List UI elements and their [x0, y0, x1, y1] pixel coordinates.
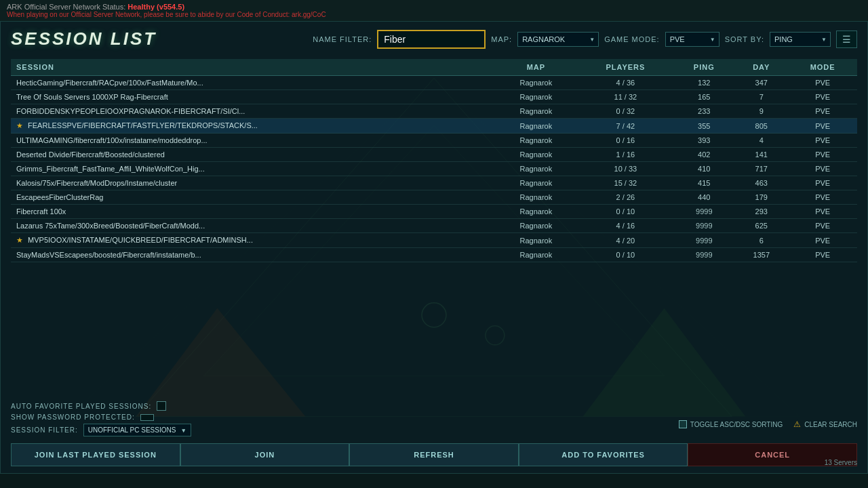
- table-row[interactable]: Lazarus 75xTame/300xBreed/Boosted/FiberC…: [11, 219, 857, 233]
- session-map: Ragnarok: [494, 205, 577, 219]
- session-players: 4 / 36: [577, 76, 673, 90]
- table-row[interactable]: ★ FEARLESSPVE/FIBERCRAFT/FASTFLYER/TEKDR…: [11, 119, 857, 134]
- session-players: 4 / 16: [577, 219, 673, 233]
- join-button[interactable]: JOIN: [180, 443, 350, 466]
- svg-point-4: [422, 303, 446, 327]
- session-name: FORBIDDENSKYPEOPLEIOOXPRAGNAROK-FIBERCRA…: [11, 104, 494, 119]
- sessions-tbody: HecticGaming/Fibercraft/RACpve/100x/Fast…: [11, 76, 857, 262]
- table-header: SESSION MAP PLAYERS PING DAY MODE: [11, 59, 857, 76]
- favorite-star-icon: ★: [16, 236, 23, 244]
- table-row[interactable]: Fibercraft 100x Ragnarok 0 / 10 9999 293…: [11, 205, 857, 219]
- game-mode-dropdown-wrapper: PVE PVP ALL: [665, 32, 719, 47]
- join-last-button[interactable]: JOIN LAST PLAYED SESSION: [11, 443, 180, 466]
- table-row[interactable]: HecticGaming/Fibercraft/RACpve/100x/Fast…: [11, 76, 857, 90]
- session-players: 0 / 10: [577, 248, 673, 262]
- session-map: Ragnarok: [494, 148, 577, 162]
- session-players: 11 / 32: [577, 90, 673, 104]
- session-name-text: Fibercraft 100x: [16, 207, 66, 216]
- bottom-section: TOGGLE ASC/DSC SORTING ⚠ CLEAR SEARCH AU…: [11, 401, 857, 466]
- session-day: 347: [734, 76, 788, 90]
- toggle-sort-button[interactable]: TOGGLE ASC/DSC SORTING: [679, 420, 783, 428]
- session-players: 10 / 33: [577, 162, 673, 176]
- table-row[interactable]: ★ MVP5IOOX/INSTATAME/QUICKBREED/FIBERCRA…: [11, 233, 857, 248]
- col-players: PLAYERS: [577, 59, 673, 76]
- session-map: Ragnarok: [494, 104, 577, 119]
- game-mode-dropdown[interactable]: PVE PVP ALL: [665, 32, 719, 47]
- session-day: 7: [734, 90, 788, 104]
- session-name: ★ MVP5IOOX/INSTATAME/QUICKBREED/FIBERCRA…: [11, 233, 494, 248]
- session-day: 1357: [734, 248, 788, 262]
- col-session: SESSION: [11, 59, 494, 76]
- add-favorites-button[interactable]: ADD TO FAVORITES: [519, 443, 688, 466]
- session-ping: 415: [673, 176, 734, 190]
- session-mode: PVE: [788, 134, 857, 148]
- col-map: MAP: [494, 59, 577, 76]
- session-name: StayMadsVSEscapees/boosted/Fibercraft/in…: [11, 248, 494, 262]
- session-map: Ragnarok: [494, 176, 577, 190]
- view-toggle-button[interactable]: ☰: [836, 30, 857, 48]
- table-row[interactable]: FORBIDDENSKYPEOPLEIOOXPRAGNAROK-FIBERCRA…: [11, 104, 857, 119]
- session-map: Ragnarok: [494, 76, 577, 90]
- session-name-text: ULTIMAGAMING/fibercraft/100x/instatame/m…: [16, 136, 208, 144]
- session-day: 4: [734, 134, 788, 148]
- map-dropdown-wrapper: RAGNAROK THE ISLAND SCORCHED EARTH ABERR…: [517, 32, 599, 47]
- auto-favorite-checkbox[interactable]: [157, 401, 166, 411]
- session-ping: 410: [673, 162, 734, 176]
- session-name: HecticGaming/Fibercraft/RACpve/100x/Fast…: [11, 76, 494, 90]
- main-panel: SESSION LIST NAME FILTER: MAP: RAGNAROK …: [0, 21, 868, 474]
- table-row[interactable]: StayMadsVSEscapees/boosted/Fibercraft/in…: [11, 248, 857, 262]
- sort-by-dropdown[interactable]: PING PLAYERS NAME DAY: [770, 32, 831, 47]
- session-players: 0 / 10: [577, 205, 673, 219]
- session-ping: 132: [673, 76, 734, 90]
- col-day: DAY: [734, 59, 788, 76]
- session-ping: 9999: [673, 219, 734, 233]
- table-row[interactable]: Tree Of Souls Servers 1000XP Rag-Fibercr…: [11, 90, 857, 104]
- session-map: Ragnarok: [494, 233, 577, 248]
- bottom-buttons: JOIN LAST PLAYED SESSION JOIN REFRESH AD…: [11, 443, 857, 466]
- session-mode: PVE: [788, 219, 857, 233]
- session-name-text: Kalosis/75x/Fibercraft/ModDrops/Instame/…: [16, 179, 177, 187]
- table-row[interactable]: EscapeesFiberClusterRag Ragnarok 2 / 26 …: [11, 190, 857, 205]
- session-map: Ragnarok: [494, 134, 577, 148]
- table-row[interactable]: Kalosis/75x/Fibercraft/ModDrops/Instame/…: [11, 176, 857, 190]
- refresh-button[interactable]: REFRESH: [349, 443, 519, 466]
- sort-options: TOGGLE ASC/DSC SORTING ⚠ CLEAR SEARCH: [679, 420, 857, 429]
- name-filter-input[interactable]: [377, 30, 486, 49]
- sort-by-label: SORT BY:: [725, 35, 764, 43]
- table-row[interactable]: Grimms_Fibercraft_FastTame_Affil_WhiteWo…: [11, 162, 857, 176]
- session-ping: 402: [673, 148, 734, 162]
- session-name: EscapeesFiberClusterRag: [11, 190, 494, 205]
- session-name-text: MVP5IOOX/INSTATAME/QUICKBREED/FIBERCRAFT…: [28, 236, 253, 244]
- session-day: 463: [734, 176, 788, 190]
- session-name: Kalosis/75x/Fibercraft/ModDrops/Instame/…: [11, 176, 494, 190]
- col-mode: MODE: [788, 59, 857, 76]
- clear-search-button[interactable]: ⚠ CLEAR SEARCH: [793, 420, 857, 429]
- session-players: 15 / 32: [577, 176, 673, 190]
- map-dropdown[interactable]: RAGNAROK THE ISLAND SCORCHED EARTH ABERR…: [517, 32, 599, 47]
- session-players: 0 / 16: [577, 134, 673, 148]
- session-ping: 165: [673, 90, 734, 104]
- session-mode: PVE: [788, 104, 857, 119]
- status-prefix: ARK Official Server Network Status:: [7, 3, 127, 11]
- auto-favorite-row: AUTO FAVORITE PLAYED SESSIONS:: [11, 401, 857, 411]
- session-name: Deserted Divide/Fibercraft/Boosted/clust…: [11, 148, 494, 162]
- content-wrapper: SESSION LIST NAME FILTER: MAP: RAGNAROK …: [11, 28, 857, 262]
- session-players: 7 / 42: [577, 119, 673, 134]
- session-day: 179: [734, 190, 788, 205]
- session-name: Grimms_Fibercraft_FastTame_Affil_WhiteWo…: [11, 162, 494, 176]
- session-map: Ragnarok: [494, 219, 577, 233]
- show-password-toggle[interactable]: [140, 414, 154, 421]
- session-name: Tree Of Souls Servers 1000XP Rag-Fibercr…: [11, 90, 494, 104]
- session-name: Fibercraft 100x: [11, 205, 494, 219]
- session-filter-dropdown[interactable]: UNOFFICIAL PC SESSIONS OFFICIAL PC SESSI…: [83, 424, 191, 436]
- warning-icon: ⚠: [793, 420, 801, 429]
- filter-group: NAME FILTER: MAP: RAGNAROK THE ISLAND SC…: [313, 30, 857, 49]
- server-count: 13 Servers: [825, 459, 857, 466]
- session-players: 4 / 20: [577, 233, 673, 248]
- sort-by-dropdown-wrapper: PING PLAYERS NAME DAY: [770, 32, 831, 47]
- session-mode: PVE: [788, 119, 857, 134]
- session-ping: 233: [673, 104, 734, 119]
- table-row[interactable]: Deserted Divide/Fibercraft/Boosted/clust…: [11, 148, 857, 162]
- table-row[interactable]: ULTIMAGAMING/fibercraft/100x/instatame/m…: [11, 134, 857, 148]
- session-ping: 9999: [673, 248, 734, 262]
